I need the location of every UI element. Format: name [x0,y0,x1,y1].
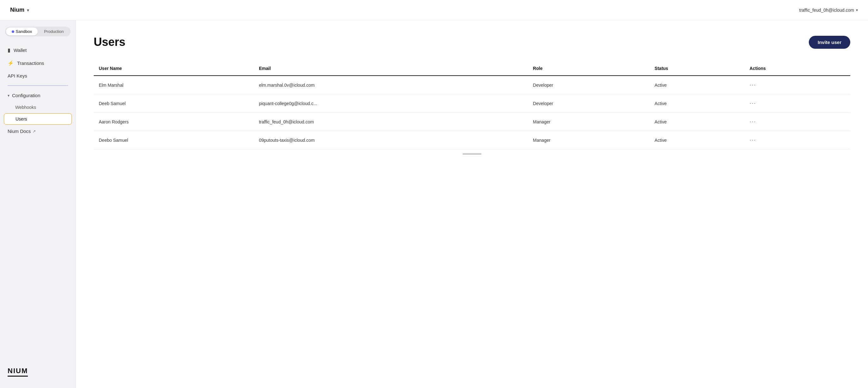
sidebar-logo: NIUM [0,362,76,382]
sidebar: Sandbox Production ▮ Wallet ⚡ Transactio… [0,20,76,388]
sidebar-item-nium-docs[interactable]: Nium Docs ↗ [4,125,72,137]
actions-menu-button[interactable]: ··· [750,137,756,143]
col-role: Role [528,61,650,76]
nium-logo-text: NIUM [8,367,28,377]
user-actions-cell[interactable]: ··· [745,94,850,113]
table-row: Elm Marshalelm.marshal.0v@icloud.comDeve… [94,76,850,94]
sidebar-item-users-label: Users [16,117,27,122]
user-role-cell: Developer [528,76,650,94]
user-status-cell: Active [650,113,745,131]
actions-menu-button[interactable]: ··· [750,82,756,88]
user-actions-cell[interactable]: ··· [745,113,850,131]
sidebar-item-webhooks-label: Webhooks [15,105,36,110]
main-content: Users Invite user User Name Email Role S… [76,20,868,388]
user-email: traffic_feud_0h@icloud.com [799,8,855,13]
wallet-icon: ▮ [8,47,10,53]
app-chevron-icon: ▾ [27,8,29,13]
production-button[interactable]: Production [38,28,70,35]
sidebar-item-wallet-label: Wallet [13,47,27,53]
sidebar-item-configuration-label: Configuration [12,93,40,98]
page-header: Users Invite user [94,35,850,49]
user-name-cell: Deebo Samuel [94,131,254,150]
user-actions-cell[interactable]: ··· [745,76,850,94]
sandbox-dot-icon [12,30,14,33]
table-body: Elm Marshalelm.marshal.0v@icloud.comDeve… [94,76,850,150]
col-status: Status [650,61,745,76]
env-toggle: Sandbox Production [5,27,70,36]
sidebar-item-transactions-label: Transactions [17,60,44,66]
table-header-row: User Name Email Role Status Actions [94,61,850,76]
chevron-down-icon: ▾ [8,93,9,98]
header-user[interactable]: traffic_feud_0h@icloud.com ▾ [799,8,858,13]
user-name-cell: Elm Marshal [94,76,254,94]
top-header: Nium ▾ traffic_feud_0h@icloud.com ▾ [0,0,868,20]
actions-menu-button[interactable]: ··· [750,100,756,106]
user-name-cell: Deeb Samuel [94,94,254,113]
sidebar-item-api-keys-label: API Keys [8,73,27,78]
actions-menu-button[interactable]: ··· [750,118,756,125]
table-row: Deeb Samuelpiquant-college0g@icloud.c...… [94,94,850,113]
scroll-handle [94,150,850,157]
scroll-bar [463,153,482,155]
user-role-cell: Manager [528,131,650,150]
sidebar-item-nium-docs-label: Nium Docs [8,128,31,134]
col-username: User Name [94,61,254,76]
external-link-icon: ↗ [33,129,36,134]
sidebar-item-transactions[interactable]: ⚡ Transactions [4,57,72,69]
sidebar-item-users[interactable]: Users [4,113,72,125]
sidebar-item-webhooks[interactable]: Webhooks [4,102,72,113]
sidebar-item-api-keys[interactable]: API Keys [4,70,72,82]
page-title: Users [94,35,125,49]
user-caret-icon: ▾ [856,8,858,12]
user-email-cell: traffic_feud_0h@icloud.com [254,113,528,131]
sidebar-item-configuration[interactable]: ▾ Configuration [4,90,72,101]
col-actions: Actions [745,61,850,76]
users-table: User Name Email Role Status Actions Elm … [94,61,850,150]
sidebar-item-wallet[interactable]: ▮ Wallet [4,44,72,56]
col-email: Email [254,61,528,76]
header-app[interactable]: Nium ▾ [10,7,29,13]
main-layout: Sandbox Production ▮ Wallet ⚡ Transactio… [0,20,868,388]
invite-user-button[interactable]: Invite user [809,36,850,49]
user-status-cell: Active [650,131,745,150]
user-email-cell: elm.marshal.0v@icloud.com [254,76,528,94]
user-role-cell: Manager [528,113,650,131]
sandbox-button[interactable]: Sandbox [6,28,38,35]
user-name-cell: Aaron Rodgers [94,113,254,131]
user-actions-cell[interactable]: ··· [745,131,850,150]
user-role-cell: Developer [528,94,650,113]
user-status-cell: Active [650,94,745,113]
nav-section: ▮ Wallet ⚡ Transactions API Keys ▾ Confi… [0,44,76,362]
user-email-cell: piquant-college0g@icloud.c... [254,94,528,113]
table-row: Deebo Samuel09putouts-taxis@icloud.comMa… [94,131,850,150]
user-email-cell: 09putouts-taxis@icloud.com [254,131,528,150]
user-status-cell: Active [650,76,745,94]
nav-divider [8,86,68,86]
app-name: Nium [10,7,24,13]
lightning-icon: ⚡ [8,60,14,66]
table-header: User Name Email Role Status Actions [94,61,850,76]
table-row: Aaron Rodgerstraffic_feud_0h@icloud.comM… [94,113,850,131]
